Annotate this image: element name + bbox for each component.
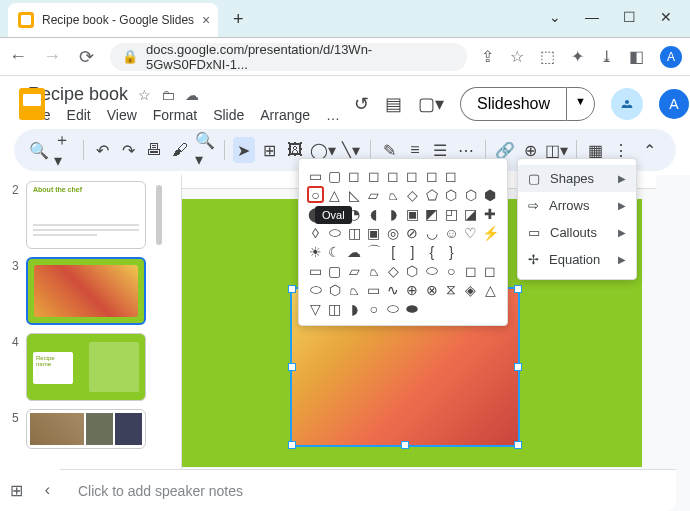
slideshow-dropdown[interactable]: ▼ <box>566 87 595 121</box>
resize-handle[interactable] <box>514 285 522 293</box>
shape-chord[interactable]: ◖ <box>365 205 382 222</box>
back-button[interactable]: ← <box>8 46 28 67</box>
shape-flow-trapezoid[interactable]: ⏢ <box>365 262 382 279</box>
profile-avatar[interactable]: A <box>660 46 682 68</box>
shape-cat-arrows[interactable]: ⇨ Arrows ▶ <box>518 192 636 219</box>
grid-view-icon[interactable]: ⊞ <box>10 481 23 500</box>
shape-flow-extract[interactable]: △ <box>482 281 499 298</box>
resize-handle[interactable] <box>514 363 522 371</box>
shape-parallelogram[interactable]: ▱ <box>365 186 382 203</box>
shape-rounded-rect[interactable]: ▢ <box>326 167 343 184</box>
shape-arc[interactable]: ⌒ <box>365 243 382 260</box>
resize-handle[interactable] <box>401 441 409 449</box>
zoom-icon[interactable]: 🔍▾ <box>195 137 217 163</box>
shape-snip-rect[interactable]: ◻ <box>346 167 363 184</box>
menu-view[interactable]: View <box>107 107 137 123</box>
shape-flow-storage[interactable]: ◫ <box>326 300 343 317</box>
shape-flow-doc[interactable]: ◻ <box>462 262 479 279</box>
shape-cloud[interactable]: ☁ <box>346 243 363 260</box>
shape-triangle[interactable]: △ <box>326 186 343 203</box>
shape-brace-l[interactable]: { <box>423 243 440 260</box>
textbox-icon[interactable]: ⊞ <box>259 137 281 163</box>
reload-button[interactable]: ⟳ <box>76 46 96 68</box>
shape-flow-diamond[interactable]: ◇ <box>385 262 402 279</box>
shape-frame[interactable]: ▣ <box>404 205 421 222</box>
history-icon[interactable]: ↺ <box>354 93 369 115</box>
shape-flow-sum[interactable]: ⊕ <box>404 281 421 298</box>
shape-bracket-r[interactable]: ] <box>404 243 421 260</box>
shape-lightning[interactable]: ⚡ <box>482 224 499 241</box>
shape-flow-delay[interactable]: ◗ <box>346 300 363 317</box>
shape-block-arc[interactable]: ◡ <box>423 224 440 241</box>
shape-flow-seq[interactable]: ○ <box>365 300 382 317</box>
shape-flow-rect[interactable]: ▭ <box>307 262 324 279</box>
translate-icon[interactable]: ⬚ <box>540 47 555 66</box>
menu-slide[interactable]: Slide <box>213 107 244 123</box>
shape-snip-diag[interactable]: ◻ <box>385 167 402 184</box>
window-minimize-icon[interactable]: — <box>585 9 599 25</box>
shape-can[interactable]: ⬭ <box>326 224 343 241</box>
shape-round-single[interactable]: ◻ <box>404 167 421 184</box>
shape-heptagon[interactable]: ⬡ <box>462 186 479 203</box>
shape-flow-parallelogram[interactable]: ▱ <box>346 262 363 279</box>
shape-flow-manual[interactable]: ⏢ <box>346 281 363 298</box>
shape-flow-circle[interactable]: ○ <box>443 262 460 279</box>
star-icon[interactable]: ☆ <box>138 87 151 103</box>
new-slide-icon[interactable]: ＋▾ <box>54 137 76 163</box>
shape-no-symbol[interactable]: ⊘ <box>404 224 421 241</box>
shape-flow-cylinder[interactable]: ⬭ <box>423 262 440 279</box>
reading-list-icon[interactable]: ◧ <box>629 47 644 66</box>
comments-icon[interactable]: ▤ <box>385 93 402 115</box>
shape-bevel[interactable]: ▣ <box>365 224 382 241</box>
resize-handle[interactable] <box>288 285 296 293</box>
shape-cross[interactable]: ✚ <box>482 205 499 222</box>
shape-smiley[interactable]: ☺ <box>443 224 460 241</box>
shape-octagon[interactable]: ⬢ <box>482 186 499 203</box>
shape-round-same[interactable]: ◻ <box>423 167 440 184</box>
move-icon[interactable]: 🗀 <box>161 87 175 103</box>
shape-flow-multidoc[interactable]: ◻ <box>482 262 499 279</box>
menu-edit[interactable]: Edit <box>67 107 91 123</box>
paint-format-icon[interactable]: 🖌 <box>169 137 191 163</box>
shape-flow-tape[interactable]: ∿ <box>385 281 402 298</box>
shape-cube[interactable]: ◫ <box>346 224 363 241</box>
cloud-status-icon[interactable]: ☁ <box>185 87 199 103</box>
close-tab-icon[interactable]: × <box>202 12 210 28</box>
search-tool-icon[interactable]: 🔍 <box>28 137 50 163</box>
meet-icon[interactable]: ▢▾ <box>418 93 444 115</box>
shape-flow-term[interactable]: ⬭ <box>307 281 324 298</box>
window-dropdown-icon[interactable]: ⌄ <box>549 9 561 25</box>
resize-handle[interactable] <box>288 441 296 449</box>
shape-moon[interactable]: ☾ <box>326 243 343 260</box>
shape-diamond[interactable]: ◇ <box>404 186 421 203</box>
shape-cat-callouts[interactable]: ▭ Callouts ▶ <box>518 219 636 246</box>
shape-pentagon[interactable]: ⬠ <box>423 186 440 203</box>
slide-thumb-4[interactable]: Recipe name <box>26 333 146 401</box>
shape-flow-sort[interactable]: ◈ <box>462 281 479 298</box>
menu-arrange[interactable]: Arrange <box>260 107 310 123</box>
shape-l-shape[interactable]: ◰ <box>443 205 460 222</box>
extensions-icon[interactable]: ✦ <box>571 47 584 66</box>
shape-half-frame[interactable]: ◩ <box>423 205 440 222</box>
browser-tab[interactable]: Recipe book - Google Slides × <box>8 3 218 37</box>
shape-heart[interactable]: ♡ <box>462 224 479 241</box>
slide-thumb-3[interactable] <box>26 257 146 325</box>
thumb-scrollbar[interactable] <box>156 185 162 245</box>
shape-flow-card[interactable]: ▭ <box>365 281 382 298</box>
shape-rectangle[interactable]: ▭ <box>307 167 324 184</box>
bookmark-icon[interactable]: ☆ <box>510 47 524 66</box>
send-tab-icon[interactable]: ⇪ <box>481 47 494 66</box>
resize-handle[interactable] <box>514 441 522 449</box>
print-icon[interactable]: 🖶 <box>143 137 165 163</box>
resize-handle[interactable] <box>288 363 296 371</box>
shape-rt-triangle[interactable]: ◺ <box>346 186 363 203</box>
slide-thumb-2[interactable]: About the chef <box>26 181 146 249</box>
shape-hexagon[interactable]: ⬡ <box>443 186 460 203</box>
shape-oval[interactable]: ○ Oval <box>307 186 324 203</box>
shape-round-diag[interactable]: ◻ <box>443 167 460 184</box>
shape-flow-prep[interactable]: ⬡ <box>326 281 343 298</box>
shape-flow-collate[interactable]: ⧖ <box>443 281 460 298</box>
menu-more[interactable]: … <box>326 107 340 123</box>
shape-brace-r[interactable]: } <box>443 243 460 260</box>
shape-flow-display[interactable]: ⬬ <box>404 300 421 317</box>
